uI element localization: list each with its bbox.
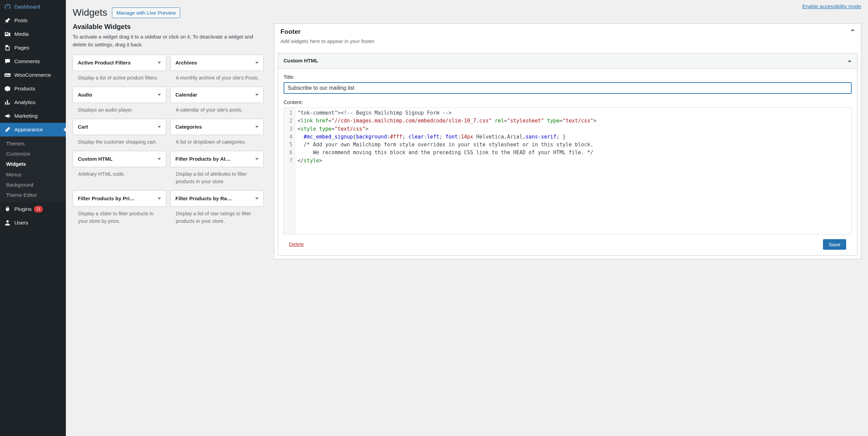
widget-areas-column: Footer Add widgets here to appear in you… [274,24,861,266]
title-field-label: Title: [284,74,852,80]
widget-desc: Arbitrary HTML code. [73,167,166,178]
page-title-row: Widgets Manage with Live Preview [73,8,861,18]
available-widget: CategoriesA list or dropdown of categori… [170,119,264,146]
submenu-item-theme-editor[interactable]: Theme Editor [0,190,66,200]
nav-item-label: Analytics [14,99,35,105]
appearance-submenu: ThemesCustomizeWidgetsMenusBackgroundThe… [0,136,66,202]
users-icon [4,219,11,226]
nav-item-label: Comments [14,58,40,64]
chevron-down-icon [158,198,161,200]
nav-item-woocommerce[interactable]: WooWooCommerce [0,68,66,82]
nav-item-label: Plugins [14,206,32,212]
footer-area-title: Footer [280,29,301,35]
widget-desc: Display a slider to filter products in y… [73,207,166,225]
plugins-icon [4,206,11,213]
nav-item-media[interactable]: Media [0,27,66,41]
widget-box[interactable]: Filter Products by Ra… [170,190,264,207]
widget-name: Cart [78,124,88,130]
nav-item-analytics[interactable]: Analytics [0,96,66,109]
available-widget: Filter Products by At…Display a list of … [170,151,264,186]
widget-name: Calendar [175,92,197,98]
available-widgets-desc: To activate a widget drag it to a sideba… [73,33,264,48]
nav-item-posts[interactable]: Posts [0,14,66,27]
submenu-item-menus[interactable]: Menus [0,170,66,180]
submenu-item-widgets[interactable]: Widgets [0,159,66,169]
widget-box[interactable]: Calendar [170,87,264,103]
submenu-item-background[interactable]: Background [0,180,66,190]
chevron-down-icon [158,94,161,96]
nav-item-label: Marketing [14,113,38,119]
live-preview-button[interactable]: Manage with Live Preview [112,8,180,18]
available-widget: Filter Products by Ra…Display a list of … [170,190,264,225]
nav-item-marketing[interactable]: Marketing [0,109,66,123]
widget-name: Filter Products by At… [175,156,231,162]
title-input[interactable] [284,82,852,94]
products-icon [4,85,11,92]
footer-area-header[interactable]: Footer [274,24,861,38]
widget-instance-name: Custom HTML [284,58,318,64]
widget-name: Filter Products by Pri… [78,195,135,202]
collapse-icon [851,29,855,31]
nav-item-label: Media [14,31,29,37]
widget-box[interactable]: Filter Products by Pri… [73,190,166,207]
chevron-down-icon [255,198,259,200]
svg-point-2 [6,220,9,223]
nav-item-comments[interactable]: Comments [0,55,66,68]
widget-box[interactable]: Audio [73,87,166,103]
widget-box[interactable]: Active Product Filters [73,55,166,71]
nav-item-users[interactable]: Users [0,216,66,230]
chevron-down-icon [158,158,161,160]
widget-desc: Displays an audio player. [73,103,166,114]
footer-area-panel: Footer Add widgets here to appear in you… [274,24,861,259]
widget-name: Custom HTML [78,156,113,162]
available-widget: ArchivesA monthly archive of your site's… [170,55,264,82]
nav-item-pages[interactable]: Pages [0,41,66,55]
available-widget: AudioDisplays an audio player. [73,87,166,114]
widget-desc: A calendar of your site's posts. [170,103,264,114]
widget-desc: Display the customer shopping cart. [73,135,166,146]
widget-name: Audio [78,92,92,98]
chevron-down-icon [255,158,259,160]
widget-desc: Display a list of active product filters… [73,71,166,82]
main-content: Enable accessibility mode Widgets Manage… [66,0,868,436]
available-widget: Filter Products by Pri…Display a slider … [73,190,166,225]
delete-widget-link[interactable]: Delete [289,241,304,247]
page-title: Widgets [73,10,107,16]
chevron-down-icon [158,62,161,64]
pin-icon [4,17,11,24]
chevron-down-icon [255,126,259,128]
widget-name: Active Product Filters [78,60,131,66]
nav-item-label: Appearance [14,127,43,133]
nav-item-plugins[interactable]: Plugins21 [0,202,66,216]
available-widget: Custom HTMLArbitrary HTML code. [73,151,166,186]
collapse-icon [848,60,852,62]
nav-item-label: WooCommerce [14,72,51,78]
widget-box[interactable]: Filter Products by At… [170,151,264,167]
widget-instance-header[interactable]: Custom HTML [278,54,857,68]
appearance-icon [4,126,11,133]
update-badge: 21 [34,206,43,213]
footer-area-desc: Add widgets here to appear in your foote… [274,38,861,50]
accessibility-mode-link[interactable]: Enable accessibility mode [802,3,861,10]
widget-desc: Display a list of star ratings to fil­te… [170,207,264,225]
available-widgets-column: Available Widgets To activate a widget d… [73,24,264,230]
nav-item-label: Users [14,220,28,226]
dashboard-icon [4,3,11,10]
custom-html-widget-instance: Custom HTML Title: Content: 1234567 "tok… [278,53,857,256]
widget-box[interactable]: Archives [170,55,264,71]
content-code-editor[interactable]: 1234567 "tok-comment"><!-- Begin Mailchi… [284,107,852,234]
marketing-icon [4,113,11,119]
widget-box[interactable]: Custom HTML [73,151,166,167]
save-widget-button[interactable]: Save [823,239,846,250]
submenu-item-themes[interactable]: Themes [0,139,66,149]
available-widgets-title: Available Widgets [73,24,264,30]
widget-desc: Display a list of attributes to filter p… [170,167,264,186]
admin-sidebar: DashboardPostsMediaPagesCommentsWooWooCo… [0,0,66,436]
nav-item-dashboard[interactable]: Dashboard [0,0,66,14]
nav-item-appearance[interactable]: Appearance [0,123,66,136]
widget-box[interactable]: Cart [73,119,166,135]
submenu-item-customize[interactable]: Customize [0,149,66,159]
nav-item-products[interactable]: Products [0,82,66,96]
widget-desc: A list or dropdown of categories. [170,135,264,146]
widget-box[interactable]: Categories [170,119,264,135]
